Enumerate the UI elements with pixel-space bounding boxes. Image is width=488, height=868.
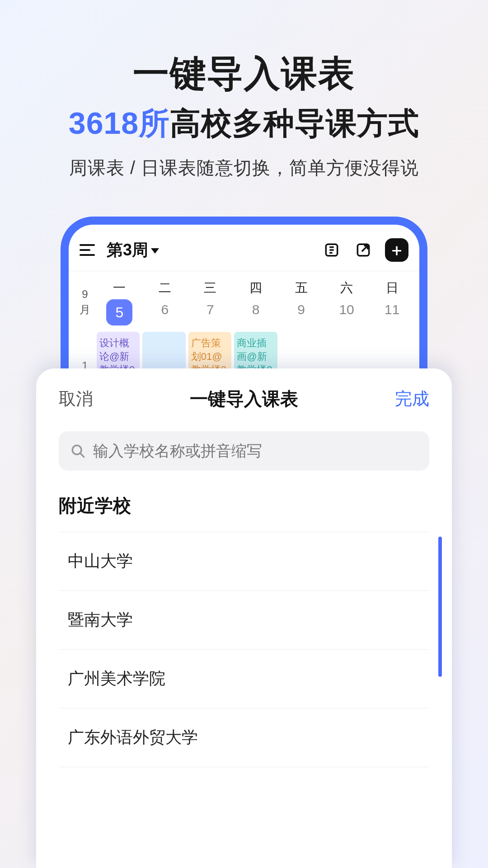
headline-subtitle: 3618所高校多种导课方式: [0, 103, 488, 144]
school-item[interactable]: 广东外语外贸大学: [59, 708, 429, 767]
day-of-month: 6: [142, 302, 188, 317]
day-of-month: 9: [278, 302, 324, 317]
share-icon[interactable]: [353, 240, 373, 260]
scroll-indicator[interactable]: [438, 537, 442, 677]
week-selector[interactable]: 第3周: [107, 239, 159, 261]
add-button[interactable]: ＋: [385, 238, 408, 262]
calendar-header: 9 月 一5二6三7四8五9六10日11: [69, 271, 419, 328]
search-input[interactable]: [93, 442, 418, 460]
day-column[interactable]: 五9: [278, 279, 324, 326]
day-of-week: 日: [369, 279, 415, 297]
app-topbar: 第3周 ＋: [69, 225, 419, 271]
cancel-button[interactable]: 取消: [59, 387, 93, 410]
school-item[interactable]: 暨南大学: [59, 591, 429, 650]
sheet-header: 取消 一键导入课表 完成: [59, 387, 429, 411]
day-column[interactable]: 二6: [142, 279, 188, 326]
day-of-week: 二: [142, 279, 188, 297]
day-column[interactable]: 日11: [369, 279, 415, 326]
search-field[interactable]: [59, 431, 429, 471]
day-of-month-active: 5: [106, 299, 132, 326]
headline-title: 一键导入课表: [0, 50, 488, 99]
day-column[interactable]: 六10: [324, 279, 370, 326]
day-column[interactable]: 四8: [233, 279, 279, 326]
school-item[interactable]: 广州美术学院: [59, 650, 429, 708]
headline-desc: 周课表 / 日课表随意切换，简单方便没得说: [0, 156, 488, 180]
month-num: 9: [73, 288, 97, 301]
month-label: 9 月: [73, 279, 97, 326]
headline-accent-rest: 高校多种导课方式: [170, 106, 419, 140]
section-label: 附近学校: [59, 493, 429, 518]
day-of-week: 六: [324, 279, 370, 297]
school-item[interactable]: 中山大学: [59, 532, 429, 591]
day-column[interactable]: 一5: [97, 279, 142, 326]
day-of-week: 四: [233, 279, 279, 297]
svg-line-3: [80, 453, 84, 457]
search-icon: [70, 443, 86, 459]
day-of-month: 8: [233, 302, 279, 317]
done-button[interactable]: 完成: [395, 387, 429, 410]
caret-down-icon: [151, 248, 159, 254]
day-column[interactable]: 三7: [188, 279, 233, 326]
headline: 一键导入课表 3618所高校多种导课方式 周课表 / 日课表随意切换，简单方便没…: [0, 0, 488, 180]
sheet-title: 一键导入课表: [190, 387, 298, 411]
day-of-week: 五: [278, 279, 324, 297]
day-of-week: 一: [97, 279, 142, 297]
day-of-week: 三: [188, 279, 233, 297]
day-of-month: 10: [324, 302, 370, 317]
headline-accent: 3618所: [69, 106, 170, 140]
import-sheet: 取消 一键导入课表 完成 附近学校 中山大学暨南大学广州美术学院广东外语外贸大学: [36, 368, 452, 868]
day-of-month: 11: [369, 302, 415, 317]
week-label: 第3周: [107, 239, 148, 261]
import-icon[interactable]: [322, 240, 342, 260]
month-unit: 月: [73, 302, 97, 317]
menu-icon[interactable]: [80, 244, 95, 256]
school-list: 中山大学暨南大学广州美术学院广东外语外贸大学: [59, 532, 429, 767]
day-of-month: 7: [188, 302, 233, 317]
